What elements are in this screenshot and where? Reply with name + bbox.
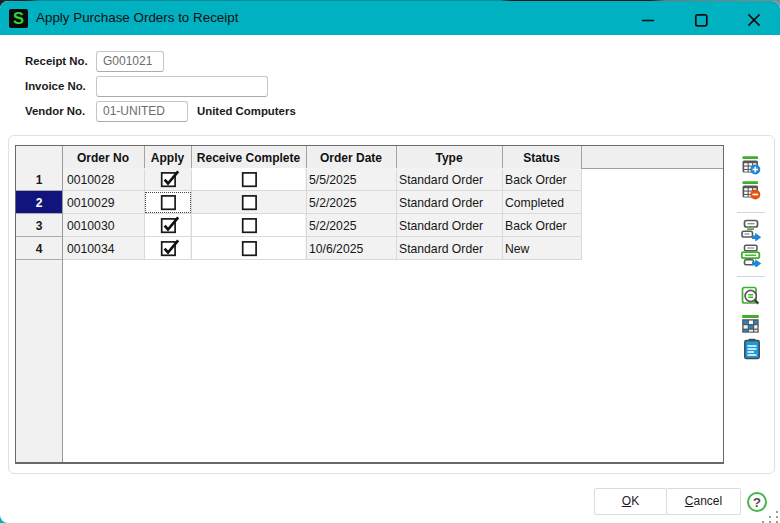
svg-text:?: ?: [753, 495, 761, 510]
